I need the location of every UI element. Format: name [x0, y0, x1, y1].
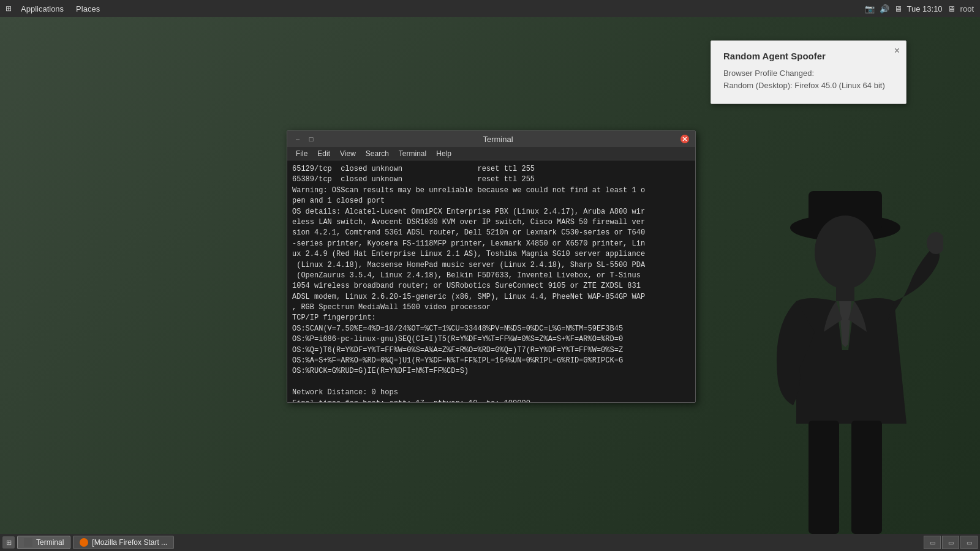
terminal-titlebar: – □ Terminal: [287, 131, 695, 147]
svg-point-7: [927, 232, 943, 254]
taskbar-terminal[interactable]: Terminal: [17, 536, 70, 549]
window-controls: – □: [292, 135, 317, 143]
menu-view[interactable]: View: [335, 148, 361, 159]
volume-icon: 🔊: [880, 4, 889, 13]
terminal-output[interactable]: 65129/tcp closed unknown reset ttl 255 6…: [287, 160, 695, 402]
notification-body: Browser Profile Changed: Random (Desktop…: [723, 67, 894, 91]
taskbar-firefox-label: [Mozilla Firefox Start ...: [92, 538, 167, 547]
terminal-title: Terminal: [317, 135, 679, 144]
svg-point-5: [815, 216, 876, 289]
menu-file[interactable]: File: [291, 148, 312, 159]
applications-menu[interactable]: Applications: [16, 3, 69, 15]
notification-close-button[interactable]: ×: [894, 46, 900, 56]
taskbar-win-btn-1[interactable]: ▭: [924, 536, 941, 549]
notification-popup: × Random Agent Spoofer Browser Profile C…: [710, 40, 907, 104]
taskbar-window-buttons: ▭ ▭ ▭: [924, 536, 978, 549]
clock: Tue 13:10: [907, 4, 943, 13]
minimize-button[interactable]: –: [292, 135, 303, 143]
topbar-left: ⊞ Applications Places: [0, 3, 105, 15]
svg-rect-8: [809, 421, 839, 534]
taskbar-firefox[interactable]: [Mozilla Firefox Start ...: [73, 536, 174, 549]
menu-search[interactable]: Search: [361, 148, 394, 159]
taskbar: ⊞ Terminal [Mozilla Firefox Start ... ▭ …: [0, 534, 980, 551]
apps-grid-icon: ⊞: [4, 4, 13, 13]
taskbar-win-btn-3[interactable]: ▭: [960, 536, 978, 549]
desktop-icon: ⊞: [6, 539, 12, 547]
maximize-button[interactable]: □: [306, 135, 317, 143]
svg-rect-9: [851, 421, 882, 534]
background-figure: [747, 167, 943, 534]
topbar-right: 📷 🔊 🖥 Tue 13:10 🖥 root: [865, 4, 980, 13]
desktop: × Random Agent Spoofer Browser Profile C…: [0, 17, 980, 534]
menu-help[interactable]: Help: [431, 148, 456, 159]
menu-terminal[interactable]: Terminal: [394, 148, 431, 159]
terminal-window: – □ Terminal File Edit View Search Termi…: [287, 130, 696, 403]
close-button[interactable]: [679, 135, 690, 143]
video-icon: 📷: [865, 4, 875, 13]
network-icon: 🖥: [894, 4, 902, 13]
taskbar-win-btn-2[interactable]: ▭: [942, 536, 959, 549]
notification-line1: Browser Profile Changed:: [723, 69, 814, 78]
show-desktop-button[interactable]: ⊞: [2, 536, 15, 549]
taskbar-terminal-label: Terminal: [36, 538, 64, 547]
user-label: root: [960, 4, 974, 13]
terminal-menubar: File Edit View Search Terminal Help: [287, 147, 695, 160]
terminal-taskbar-icon: [24, 538, 32, 547]
display-icon: 🖥: [948, 4, 956, 13]
firefox-taskbar-icon: [80, 538, 88, 547]
notification-title: Random Agent Spoofer: [723, 51, 894, 61]
topbar: ⊞ Applications Places 📷 🔊 🖥 Tue 13:10 🖥 …: [0, 0, 980, 17]
menu-edit[interactable]: Edit: [312, 148, 335, 159]
svg-rect-6: [836, 286, 854, 301]
notification-line2: Random (Desktop): Firefox 45.0 (Linux 64…: [723, 81, 885, 90]
places-menu[interactable]: Places: [71, 3, 105, 15]
